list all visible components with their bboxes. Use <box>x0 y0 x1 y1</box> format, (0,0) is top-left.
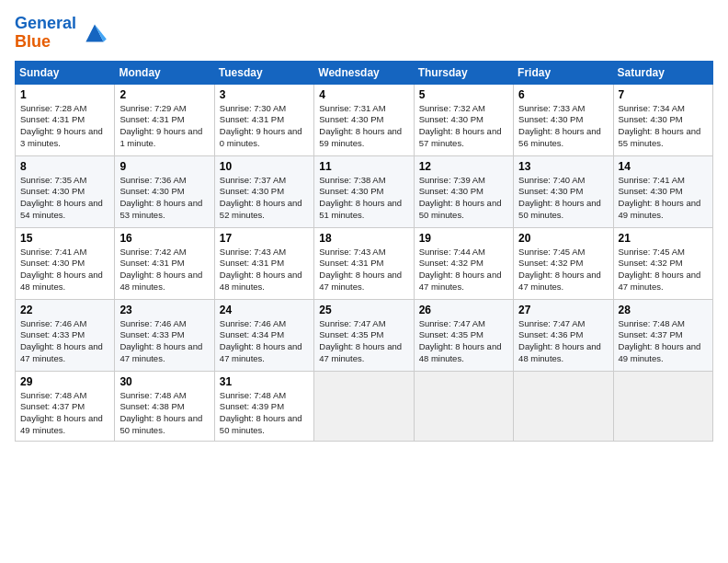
day-info: Sunrise: 7:37 AMSunset: 4:30 PMDaylight:… <box>220 175 309 222</box>
day-info: Sunrise: 7:38 AMSunset: 4:30 PMDaylight:… <box>319 175 408 222</box>
day-number: 15 <box>20 232 109 245</box>
calendar-cell: 8 Sunrise: 7:35 AMSunset: 4:30 PMDayligh… <box>16 155 115 227</box>
calendar-cell: 23 Sunrise: 7:46 AMSunset: 4:33 PMDaylig… <box>115 299 214 371</box>
day-number: 6 <box>518 88 608 101</box>
weekday-header-friday: Friday <box>514 61 613 84</box>
day-info: Sunrise: 7:48 AMSunset: 4:38 PMDaylight:… <box>119 390 209 437</box>
day-number: 7 <box>619 88 708 101</box>
calendar-cell: 27 Sunrise: 7:47 AMSunset: 4:36 PMDaylig… <box>514 299 613 371</box>
calendar-cell: 10 Sunrise: 7:37 AMSunset: 4:30 PMDaylig… <box>214 155 313 227</box>
day-number: 13 <box>518 160 608 173</box>
logo-icon <box>80 18 109 48</box>
weekday-header-tuesday: Tuesday <box>214 61 313 84</box>
calendar-cell <box>314 371 414 441</box>
calendar-cell: 13 Sunrise: 7:40 AMSunset: 4:30 PMDaylig… <box>514 155 613 227</box>
day-info: Sunrise: 7:35 AMSunset: 4:30 PMDaylight:… <box>20 175 109 222</box>
weekday-header-thursday: Thursday <box>414 61 513 84</box>
day-info: Sunrise: 7:32 AMSunset: 4:30 PMDaylight:… <box>419 103 508 150</box>
day-info: Sunrise: 7:43 AMSunset: 4:31 PMDaylight:… <box>220 247 309 293</box>
page-container: General Blue SundayMondayTuesdayWednesda… <box>0 0 728 449</box>
calendar-cell: 1 Sunrise: 7:28 AMSunset: 4:31 PMDayligh… <box>16 84 115 155</box>
day-info: Sunrise: 7:46 AMSunset: 4:33 PMDaylight:… <box>119 318 209 365</box>
calendar-cell: 3 Sunrise: 7:30 AMSunset: 4:31 PMDayligh… <box>214 84 313 155</box>
day-number: 3 <box>220 88 309 101</box>
calendar-cell: 26 Sunrise: 7:47 AMSunset: 4:35 PMDaylig… <box>414 299 513 371</box>
calendar-cell: 31 Sunrise: 7:48 AMSunset: 4:39 PMDaylig… <box>214 371 313 441</box>
day-number: 11 <box>319 160 408 173</box>
day-number: 29 <box>20 375 109 388</box>
day-number: 20 <box>518 232 608 245</box>
weekday-header-sunday: Sunday <box>16 61 115 84</box>
weekday-header-wednesday: Wednesday <box>314 61 414 84</box>
day-info: Sunrise: 7:47 AMSunset: 4:36 PMDaylight:… <box>518 318 608 365</box>
day-info: Sunrise: 7:41 AMSunset: 4:30 PMDaylight:… <box>619 175 708 222</box>
logo: General Blue <box>15 15 109 52</box>
calendar-cell <box>613 371 712 441</box>
day-number: 17 <box>220 232 309 245</box>
weekday-header-monday: Monday <box>115 61 214 84</box>
page-header: General Blue <box>15 15 713 52</box>
calendar-cell: 7 Sunrise: 7:34 AMSunset: 4:30 PMDayligh… <box>613 84 712 155</box>
logo-subtext: Blue <box>15 33 76 52</box>
calendar-cell: 6 Sunrise: 7:33 AMSunset: 4:30 PMDayligh… <box>514 84 613 155</box>
day-info: Sunrise: 7:34 AMSunset: 4:30 PMDaylight:… <box>619 103 708 150</box>
day-number: 1 <box>20 88 109 101</box>
day-number: 28 <box>619 304 708 316</box>
calendar-cell: 30 Sunrise: 7:48 AMSunset: 4:38 PMDaylig… <box>115 371 214 441</box>
day-info: Sunrise: 7:45 AMSunset: 4:32 PMDaylight:… <box>619 247 708 293</box>
day-number: 25 <box>319 304 408 316</box>
day-number: 26 <box>419 304 508 316</box>
day-info: Sunrise: 7:42 AMSunset: 4:31 PMDaylight:… <box>119 247 209 293</box>
logo-text: General <box>15 15 76 33</box>
day-number: 19 <box>419 232 508 245</box>
day-info: Sunrise: 7:48 AMSunset: 4:37 PMDaylight:… <box>619 318 708 365</box>
day-info: Sunrise: 7:33 AMSunset: 4:30 PMDaylight:… <box>518 103 608 150</box>
day-number: 10 <box>220 160 309 173</box>
day-info: Sunrise: 7:29 AMSunset: 4:31 PMDaylight:… <box>119 103 209 150</box>
day-number: 30 <box>119 375 209 388</box>
day-info: Sunrise: 7:48 AMSunset: 4:39 PMDaylight:… <box>220 390 309 437</box>
day-info: Sunrise: 7:46 AMSunset: 4:33 PMDaylight:… <box>20 318 109 365</box>
day-info: Sunrise: 7:40 AMSunset: 4:30 PMDaylight:… <box>518 175 608 222</box>
calendar-cell: 14 Sunrise: 7:41 AMSunset: 4:30 PMDaylig… <box>613 155 712 227</box>
calendar-cell: 15 Sunrise: 7:41 AMSunset: 4:30 PMDaylig… <box>16 227 115 299</box>
calendar-cell: 29 Sunrise: 7:48 AMSunset: 4:37 PMDaylig… <box>16 371 115 441</box>
day-info: Sunrise: 7:31 AMSunset: 4:30 PMDaylight:… <box>319 103 408 150</box>
day-number: 23 <box>119 304 209 316</box>
day-info: Sunrise: 7:44 AMSunset: 4:32 PMDaylight:… <box>419 247 508 293</box>
day-info: Sunrise: 7:45 AMSunset: 4:32 PMDaylight:… <box>518 247 608 293</box>
calendar-cell: 16 Sunrise: 7:42 AMSunset: 4:31 PMDaylig… <box>115 227 214 299</box>
calendar-cell: 2 Sunrise: 7:29 AMSunset: 4:31 PMDayligh… <box>115 84 214 155</box>
day-number: 4 <box>319 88 408 101</box>
day-number: 5 <box>419 88 508 101</box>
day-number: 16 <box>119 232 209 245</box>
weekday-header-row: SundayMondayTuesdayWednesdayThursdayFrid… <box>16 61 713 84</box>
day-number: 14 <box>619 160 708 173</box>
day-info: Sunrise: 7:47 AMSunset: 4:35 PMDaylight:… <box>319 318 408 365</box>
day-info: Sunrise: 7:41 AMSunset: 4:30 PMDaylight:… <box>20 247 109 293</box>
calendar-cell: 19 Sunrise: 7:44 AMSunset: 4:32 PMDaylig… <box>414 227 513 299</box>
day-number: 27 <box>518 304 608 316</box>
day-info: Sunrise: 7:43 AMSunset: 4:31 PMDaylight:… <box>319 247 408 293</box>
calendar-cell: 22 Sunrise: 7:46 AMSunset: 4:33 PMDaylig… <box>16 299 115 371</box>
day-info: Sunrise: 7:30 AMSunset: 4:31 PMDaylight:… <box>220 103 309 150</box>
weekday-header-saturday: Saturday <box>613 61 712 84</box>
day-info: Sunrise: 7:36 AMSunset: 4:30 PMDaylight:… <box>119 175 209 222</box>
calendar-cell: 11 Sunrise: 7:38 AMSunset: 4:30 PMDaylig… <box>314 155 414 227</box>
calendar-cell: 20 Sunrise: 7:45 AMSunset: 4:32 PMDaylig… <box>514 227 613 299</box>
day-number: 18 <box>319 232 408 245</box>
day-number: 8 <box>20 160 109 173</box>
day-info: Sunrise: 7:46 AMSunset: 4:34 PMDaylight:… <box>220 318 309 365</box>
day-info: Sunrise: 7:39 AMSunset: 4:30 PMDaylight:… <box>419 175 508 222</box>
calendar-table: SundayMondayTuesdayWednesdayThursdayFrid… <box>15 61 713 442</box>
calendar-cell: 28 Sunrise: 7:48 AMSunset: 4:37 PMDaylig… <box>613 299 712 371</box>
calendar-cell: 12 Sunrise: 7:39 AMSunset: 4:30 PMDaylig… <box>414 155 513 227</box>
calendar-cell: 21 Sunrise: 7:45 AMSunset: 4:32 PMDaylig… <box>613 227 712 299</box>
calendar-cell: 4 Sunrise: 7:31 AMSunset: 4:30 PMDayligh… <box>314 84 414 155</box>
day-number: 24 <box>220 304 309 316</box>
calendar-cell: 5 Sunrise: 7:32 AMSunset: 4:30 PMDayligh… <box>414 84 513 155</box>
calendar-cell: 17 Sunrise: 7:43 AMSunset: 4:31 PMDaylig… <box>214 227 313 299</box>
day-number: 21 <box>619 232 708 245</box>
day-number: 31 <box>220 375 309 388</box>
calendar-cell: 24 Sunrise: 7:46 AMSunset: 4:34 PMDaylig… <box>214 299 313 371</box>
